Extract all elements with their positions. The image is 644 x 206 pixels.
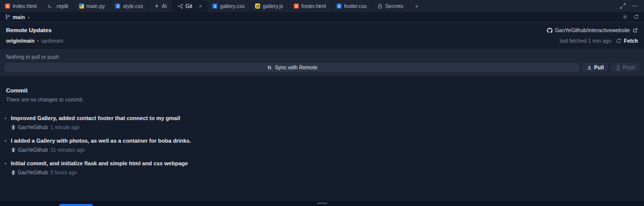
upstream-row: origin/main • upstream last fetched 1 mi… [0, 35, 644, 46]
tab-footer-css[interactable]: 3 footer.css [332, 0, 372, 12]
origin-branch-label: origin/main [6, 38, 35, 44]
close-tab-icon[interactable]: × [199, 4, 202, 9]
pull-button-label: Pull [594, 64, 604, 70]
commit-time: 1 minute ago [50, 125, 79, 130]
js-file-icon: JS [255, 4, 260, 9]
git-pane-header: main ⌄ [0, 12, 644, 22]
commit-author: GaoYeGithub [18, 147, 48, 153]
commit-list-item[interactable]: • Initial commit, and initialize flask a… [0, 160, 644, 175]
tab-gallery-css[interactable]: 3 gallery.css [207, 0, 250, 12]
tab-secrets[interactable]: Secrets [372, 0, 409, 12]
commit-history-list: • Improved Gallery, added contact footer… [0, 115, 644, 175]
commit-body: Improved Gallery, added contact footer t… [11, 115, 181, 130]
download-icon [587, 65, 592, 70]
replit-config-icon [47, 4, 53, 9]
tab-label: .replit [55, 3, 68, 9]
github-icon [547, 28, 552, 33]
tab-label: gallery.js [263, 3, 283, 9]
commit-section-title: Commit [0, 76, 644, 95]
commit-message: Initial commit, and initialize flask and… [11, 160, 188, 167]
commit-empty-message: There are no changes to commit. [0, 95, 644, 104]
css-file-icon: 3 [115, 4, 120, 9]
sync-with-remote-button[interactable]: Sync with Remote [5, 63, 580, 72]
push-button[interactable]: Push [611, 63, 639, 72]
commit-bullet: • [5, 138, 7, 153]
last-fetched-label: last fetched 1 min ago [559, 38, 611, 44]
editor-tab-bar: 5 index.html .replit main.py 3 style.css… [0, 0, 644, 12]
git-branch-icon [178, 4, 183, 9]
tab-bar-actions [620, 0, 644, 12]
author-avatar [11, 125, 16, 130]
fetch-button-label: Fetch [624, 38, 638, 44]
commit-meta: GaoYeGithub 1 minute ago [11, 125, 181, 130]
commit-message: Improved Gallery, added contact footer t… [11, 115, 181, 122]
tab-ai[interactable]: AI [149, 0, 173, 12]
author-avatar [11, 148, 16, 152]
tab-replit-config[interactable]: .replit [42, 0, 74, 12]
html-file-icon: 5 [5, 4, 10, 9]
pane-resize-handle[interactable] [317, 202, 328, 204]
commit-bullet: • [5, 160, 7, 175]
tab-label: style.css [123, 3, 143, 9]
html-file-icon: 5 [294, 4, 299, 9]
tab-label: Secrets [385, 3, 404, 9]
github-repo-link[interactable]: GaoYeGithub/interactivewebsite [547, 27, 638, 33]
upload-icon [615, 65, 621, 70]
commit-author: GaoYeGithub [18, 170, 48, 175]
new-tab-button[interactable]: + [409, 0, 425, 12]
commit-body: I added a Gallery with photos, as well a… [11, 138, 191, 153]
git-branch-icon [5, 14, 11, 20]
sync-button-label: Sync with Remote [275, 64, 318, 70]
commit-list-item[interactable]: • I added a Gallery with photos, as well… [0, 138, 644, 153]
remote-updates-header-row: Remote Updates GaoYeGithub/interactivewe… [0, 22, 644, 35]
tab-gallery-js[interactable]: JS gallery.js [250, 0, 289, 12]
tab-main-py[interactable]: main.py [74, 0, 111, 12]
branch-selector[interactable]: main ⌄ [5, 14, 30, 20]
tab-git[interactable]: Git × [173, 0, 208, 12]
refresh-pane-icon[interactable] [633, 14, 639, 20]
ai-sparkle-icon [154, 4, 159, 9]
lock-icon [377, 4, 383, 9]
external-link-icon [632, 28, 638, 33]
fetch-button[interactable]: Fetch [616, 38, 638, 44]
fetch-area: last fetched 1 min ago Fetch [559, 38, 638, 44]
expand-pane-icon[interactable] [620, 3, 626, 9]
sync-actions-row: Sync with Remote Pull Push [0, 63, 644, 72]
tab-footer-html[interactable]: 5 footer.html [289, 0, 332, 12]
active-pane-indicator [59, 204, 93, 206]
author-avatar [11, 170, 16, 175]
upstream-label: upstream [41, 38, 63, 44]
refresh-icon [616, 38, 621, 44]
commit-author: GaoYeGithub [18, 125, 48, 130]
current-branch-label: main [13, 14, 25, 20]
python-file-icon [79, 4, 84, 9]
css-file-icon: 3 [337, 4, 342, 9]
tab-label: index.html [13, 3, 37, 9]
pull-button[interactable]: Pull [582, 63, 608, 72]
commit-list-item[interactable]: • Improved Gallery, added contact footer… [0, 115, 644, 130]
more-options-icon[interactable] [632, 3, 638, 9]
chevron-down-icon: ⌄ [27, 15, 31, 19]
tab-label: AI [162, 3, 167, 9]
commit-time: 31 minutes ago [50, 147, 85, 153]
remote-updates-title: Remote Updates [6, 27, 52, 33]
tab-label: gallery.css [220, 3, 245, 9]
sync-arrows-icon [267, 65, 272, 70]
commit-message: I added a Gallery with photos, as well a… [11, 138, 191, 144]
dot-separator: • [37, 38, 39, 44]
tab-label: footer.css [344, 3, 367, 9]
commit-body: Initial commit, and initialize flask and… [11, 160, 188, 175]
commit-meta: GaoYeGithub 5 hours ago [11, 170, 188, 175]
tab-index-html[interactable]: 5 index.html [0, 0, 42, 12]
git-settings-gear-icon[interactable] [622, 14, 628, 20]
sync-panel: Nothing to pull or push Sync with Remote… [0, 49, 644, 76]
tab-style-css[interactable]: 3 style.css [110, 0, 148, 12]
git-pane-actions [622, 14, 639, 20]
tab-label: main.py [87, 3, 105, 9]
commit-bullet: • [5, 115, 7, 130]
tab-label: footer.html [301, 3, 326, 9]
sync-status-text: Nothing to pull or push [0, 51, 644, 63]
tab-label: Git [186, 3, 192, 9]
push-button-label: Push [623, 64, 635, 70]
commit-time: 5 hours ago [50, 170, 77, 175]
